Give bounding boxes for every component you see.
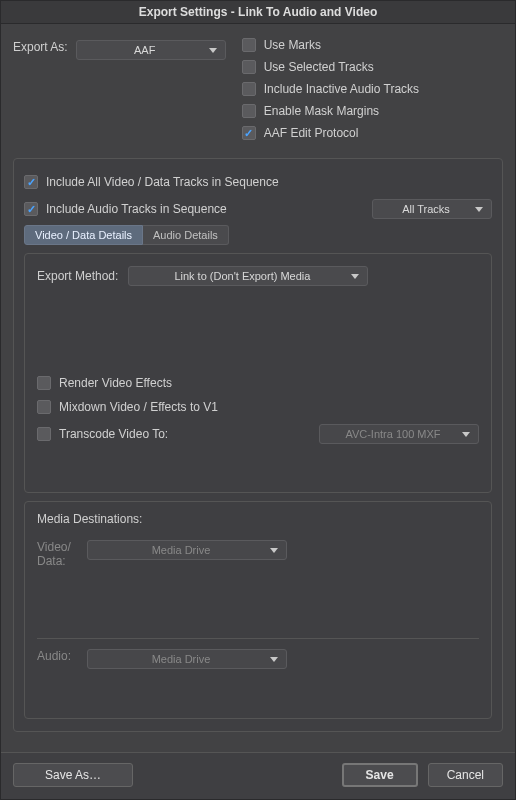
top-checks-column: Use Marks Use Selected Tracks Include In… bbox=[242, 34, 503, 148]
include-inactive-label: Include Inactive Audio Tracks bbox=[264, 82, 419, 96]
include-video-label: Include All Video / Data Tracks in Seque… bbox=[46, 175, 279, 189]
use-selected-tracks-row: Use Selected Tracks bbox=[242, 60, 503, 74]
use-selected-tracks-label: Use Selected Tracks bbox=[264, 60, 374, 74]
render-effects-label: Render Video Effects bbox=[59, 376, 172, 390]
tab-audio-details[interactable]: Audio Details bbox=[143, 225, 229, 245]
include-inactive-checkbox[interactable] bbox=[242, 82, 256, 96]
enable-mask-row: Enable Mask Margins bbox=[242, 104, 503, 118]
audio-dest-row: Audio: Media Drive bbox=[37, 649, 479, 669]
dialog-footer: Save As… Save Cancel bbox=[1, 752, 515, 799]
window-title: Export Settings - Link To Audio and Vide… bbox=[1, 1, 515, 24]
export-as-group: Export As: AAF bbox=[13, 34, 226, 148]
media-destinations-title: Media Destinations: bbox=[37, 512, 479, 526]
use-selected-tracks-checkbox[interactable] bbox=[242, 60, 256, 74]
mixdown-row: Mixdown Video / Effects to V1 bbox=[37, 400, 479, 414]
save-as-button[interactable]: Save As… bbox=[13, 763, 133, 787]
all-tracks-value: All Tracks bbox=[402, 203, 450, 215]
top-row: Export As: AAF Use Marks Use Selected Tr… bbox=[13, 34, 503, 148]
export-as-value: AAF bbox=[134, 44, 155, 56]
use-marks-row: Use Marks bbox=[242, 38, 503, 52]
mixdown-checkbox[interactable] bbox=[37, 400, 51, 414]
transcode-checkbox[interactable] bbox=[37, 427, 51, 441]
enable-mask-label: Enable Mask Margins bbox=[264, 104, 379, 118]
export-as-label: Export As: bbox=[13, 40, 68, 54]
video-dest-value: Media Drive bbox=[152, 544, 211, 556]
save-button[interactable]: Save bbox=[342, 763, 418, 787]
video-dest-label: Video/ Data: bbox=[37, 540, 81, 568]
audio-dest-dropdown[interactable]: Media Drive bbox=[87, 649, 287, 669]
export-settings-dialog: Export Settings - Link To Audio and Vide… bbox=[0, 0, 516, 800]
video-dest-dropdown[interactable]: Media Drive bbox=[87, 540, 287, 560]
transcode-group: Transcode Video To: bbox=[37, 427, 168, 441]
render-effects-row: Render Video Effects bbox=[37, 376, 479, 390]
all-tracks-dropdown[interactable]: All Tracks bbox=[372, 199, 492, 219]
export-method-value: Link to (Don't Export) Media bbox=[174, 270, 310, 282]
mixdown-label: Mixdown Video / Effects to V1 bbox=[59, 400, 218, 414]
tab-video-details[interactable]: Video / Data Details bbox=[24, 225, 143, 245]
transcode-codec-value: AVC-Intra 100 MXF bbox=[345, 428, 440, 440]
aaf-edit-row: AAF Edit Protocol bbox=[242, 126, 503, 140]
transcode-row: Transcode Video To: AVC-Intra 100 MXF bbox=[37, 424, 479, 444]
video-details-panel: Export Method: Link to (Don't Export) Me… bbox=[24, 253, 492, 493]
render-effects-checkbox[interactable] bbox=[37, 376, 51, 390]
include-video-checkbox[interactable] bbox=[24, 175, 38, 189]
use-marks-checkbox[interactable] bbox=[242, 38, 256, 52]
export-as-dropdown[interactable]: AAF bbox=[76, 40, 226, 60]
export-method-label: Export Method: bbox=[37, 269, 118, 283]
include-audio-checkbox[interactable] bbox=[24, 202, 38, 216]
dest-divider bbox=[37, 638, 479, 639]
transcode-codec-dropdown[interactable]: AVC-Intra 100 MXF bbox=[319, 424, 479, 444]
video-dest-row: Video/ Data: Media Drive bbox=[37, 540, 479, 568]
export-method-dropdown[interactable]: Link to (Don't Export) Media bbox=[128, 266, 368, 286]
include-panel: Include All Video / Data Tracks in Seque… bbox=[13, 158, 503, 732]
audio-dest-value: Media Drive bbox=[152, 653, 211, 665]
detail-tabs: Video / Data Details Audio Details bbox=[24, 225, 492, 245]
audio-dest-label: Audio: bbox=[37, 649, 81, 663]
media-destinations-panel: Media Destinations: Video/ Data: Media D… bbox=[24, 501, 492, 719]
include-inactive-row: Include Inactive Audio Tracks bbox=[242, 82, 503, 96]
include-audio-row: Include Audio Tracks in Sequence All Tra… bbox=[24, 199, 492, 219]
include-video-row: Include All Video / Data Tracks in Seque… bbox=[24, 175, 492, 189]
dialog-content: Export As: AAF Use Marks Use Selected Tr… bbox=[1, 24, 515, 752]
export-method-row: Export Method: Link to (Don't Export) Me… bbox=[37, 266, 479, 286]
aaf-edit-checkbox[interactable] bbox=[242, 126, 256, 140]
include-audio-label: Include Audio Tracks in Sequence bbox=[46, 202, 227, 216]
footer-right: Save Cancel bbox=[342, 763, 503, 787]
include-audio-group: Include Audio Tracks in Sequence bbox=[24, 202, 227, 216]
cancel-button[interactable]: Cancel bbox=[428, 763, 503, 787]
enable-mask-checkbox[interactable] bbox=[242, 104, 256, 118]
aaf-edit-label: AAF Edit Protocol bbox=[264, 126, 359, 140]
use-marks-label: Use Marks bbox=[264, 38, 321, 52]
transcode-label: Transcode Video To: bbox=[59, 427, 168, 441]
